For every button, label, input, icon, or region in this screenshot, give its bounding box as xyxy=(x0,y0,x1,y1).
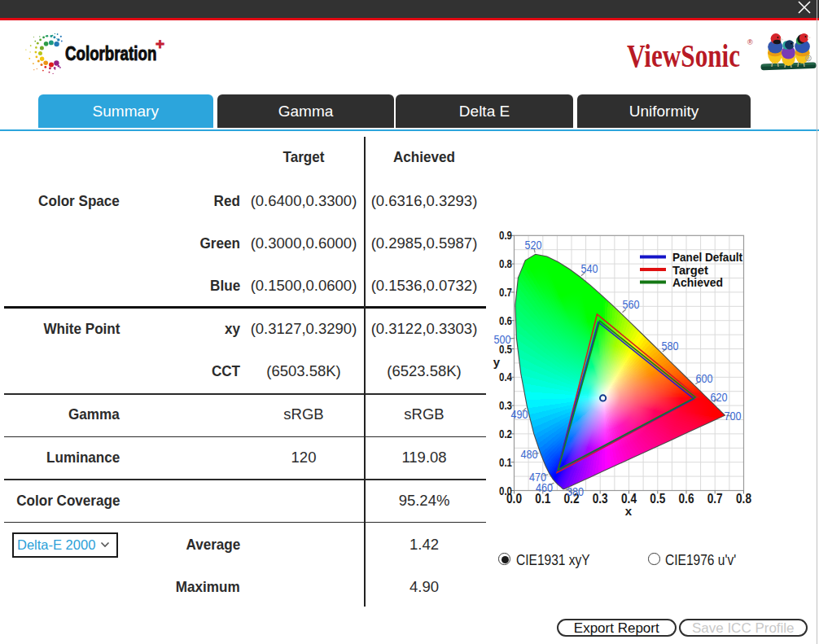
svg-text:700: 700 xyxy=(725,410,742,423)
svg-text:0.7: 0.7 xyxy=(707,492,723,506)
svg-text:600: 600 xyxy=(696,372,713,385)
svg-text:490: 490 xyxy=(511,408,528,421)
svg-text:x: x xyxy=(625,504,633,518)
svg-text:0.4: 0.4 xyxy=(499,370,512,383)
svg-text:0.5: 0.5 xyxy=(650,492,665,506)
svg-text:520: 520 xyxy=(525,239,542,252)
svg-text:0.6: 0.6 xyxy=(499,313,512,327)
svg-text:500: 500 xyxy=(494,333,511,346)
svg-text:0.8: 0.8 xyxy=(499,256,512,270)
svg-text:580: 580 xyxy=(662,340,679,353)
svg-text:0.3: 0.3 xyxy=(593,492,608,506)
svg-text:0.7: 0.7 xyxy=(499,285,512,299)
svg-text:Achieved: Achieved xyxy=(672,275,723,289)
svg-text:540: 540 xyxy=(581,262,598,275)
svg-text:460: 460 xyxy=(536,481,553,494)
svg-text:480: 480 xyxy=(521,448,538,461)
svg-text:380: 380 xyxy=(567,485,584,498)
svg-text:0.8: 0.8 xyxy=(736,492,751,506)
svg-text:0.2: 0.2 xyxy=(499,427,512,440)
svg-text:Panel Default: Panel Default xyxy=(672,250,742,264)
svg-text:0.6: 0.6 xyxy=(679,492,694,506)
svg-text:0.0: 0.0 xyxy=(499,484,512,497)
svg-text:y: y xyxy=(493,355,501,369)
svg-text:560: 560 xyxy=(623,298,640,311)
svg-text:620: 620 xyxy=(711,391,728,404)
svg-text:Target: Target xyxy=(672,263,708,277)
svg-text:0.9: 0.9 xyxy=(499,228,512,242)
svg-text:0.1: 0.1 xyxy=(499,455,512,469)
